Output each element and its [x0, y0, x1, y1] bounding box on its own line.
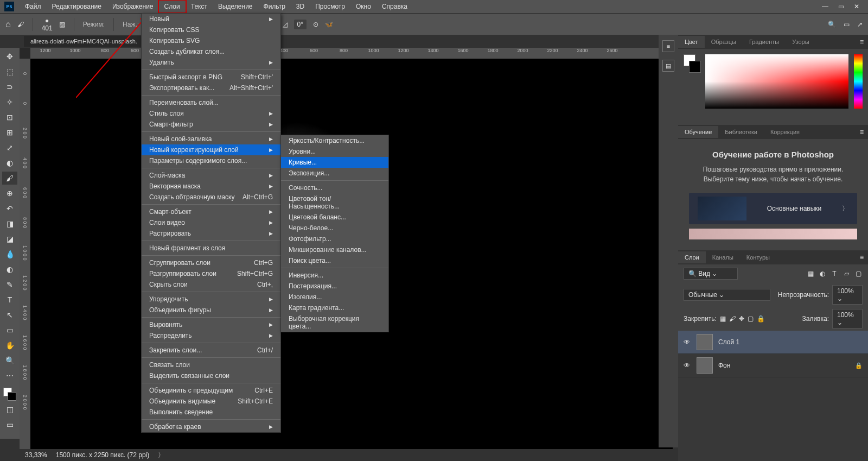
menu-item[interactable]: Объединить видимыеShift+Ctrl+E	[142, 396, 280, 407]
menu-item[interactable]: Объединить с предыдущимCtrl+E	[142, 385, 280, 396]
menu-item[interactable]: Векторная маска▶	[142, 181, 280, 192]
layer-filter-select[interactable]: 🔍 Вид ⌄	[684, 268, 738, 280]
submenu-item[interactable]: Инверсия...	[281, 270, 388, 281]
lock-pixels-icon[interactable]: 🖌	[729, 315, 736, 323]
panel-tab[interactable]: Узоры	[786, 36, 815, 48]
type-tool[interactable]: T	[2, 293, 17, 306]
menu-изображение[interactable]: Изображение	[107, 1, 159, 12]
submenu-item[interactable]: Фотофильтр...	[281, 233, 388, 244]
menu-item[interactable]: Слой-маска▶	[142, 170, 280, 181]
menu-item[interactable]: Копировать CSS	[142, 24, 280, 35]
eraser-tool[interactable]: ◨	[2, 217, 17, 230]
lock-position-icon[interactable]: ✥	[739, 315, 744, 323]
panel-tab[interactable]: Цвет	[678, 36, 705, 48]
crop-tool[interactable]: ⊡	[2, 111, 17, 124]
symmetry-icon[interactable]: ⊙	[313, 21, 318, 28]
panel-tab[interactable]: Коррекция	[764, 126, 806, 138]
submenu-item[interactable]: Выборочная коррекция цвета...	[281, 313, 388, 332]
fg-bg-swatches[interactable]	[684, 54, 700, 119]
menu-справка[interactable]: Справка	[376, 1, 413, 12]
filter-type-icon[interactable]: T	[830, 269, 839, 278]
shape-tool[interactable]: ▭	[2, 324, 17, 337]
learn-card-basics[interactable]: Основные навыки 〉	[689, 193, 857, 224]
lock-transparent-icon[interactable]: ▦	[720, 315, 726, 323]
share-icon[interactable]: ↗	[857, 21, 863, 28]
submenu-item[interactable]: Сочность...	[281, 182, 388, 193]
menu-слои[interactable]: Слои	[159, 1, 186, 12]
menu-item[interactable]: Сгруппировать слоиCtrl+G	[142, 257, 280, 268]
filter-image-icon[interactable]: ▦	[806, 269, 815, 278]
submenu-item[interactable]: Карта градиента...	[281, 302, 388, 313]
menu-item[interactable]: Закрепить слои...Ctrl+/	[142, 345, 280, 356]
menu-item[interactable]: Создать обтравочную маскуAlt+Ctrl+G	[142, 192, 280, 203]
panel-tab[interactable]: Каналы	[706, 251, 740, 263]
menu-item[interactable]: Слои видео▶	[142, 217, 280, 228]
color-swatches[interactable]	[3, 388, 16, 401]
menu-item[interactable]: Стиль слоя▶	[142, 108, 280, 119]
filter-smart-icon[interactable]: ▢	[854, 269, 863, 278]
workspace-icon[interactable]: ▭	[844, 21, 850, 28]
menu-item[interactable]: Смарт-объект▶	[142, 206, 280, 217]
menu-item[interactable]: Новый фрагмент из слоя	[142, 243, 280, 254]
submenu-item[interactable]: Поиск цвета...	[281, 255, 388, 266]
menu-фильтр[interactable]: Фильтр	[258, 1, 291, 12]
pen-tool[interactable]: ✎	[2, 278, 17, 291]
submenu-item[interactable]: Цветовой баланс...	[281, 212, 388, 223]
panel-menu-icon[interactable]: ≡	[856, 128, 868, 136]
search-icon[interactable]: 🔍	[828, 21, 836, 28]
opacity-value[interactable]: 100% ⌄	[832, 285, 863, 305]
dodge-tool[interactable]: ◐	[2, 263, 17, 276]
clone-tool[interactable]: ⊕	[2, 187, 17, 200]
eyedropper-tool[interactable]: ⤢	[2, 141, 17, 154]
visibility-icon[interactable]: 👁	[684, 338, 691, 346]
submenu-item[interactable]: Экспозиция...	[281, 168, 388, 179]
layer-item[interactable]: 👁Слой 1	[678, 331, 868, 354]
minimize-icon[interactable]: —	[822, 3, 828, 10]
panel-tab[interactable]: Контуры	[740, 251, 776, 263]
menu-item[interactable]: Удалить▶	[142, 57, 280, 68]
history-panel-icon[interactable]: ≡	[662, 40, 674, 52]
menu-item[interactable]: Новый слой-заливка▶	[142, 134, 280, 144]
blend-mode-select[interactable]: Обычные ⌄	[684, 289, 770, 301]
menu-item[interactable]: Переименовать слой...	[142, 97, 280, 108]
menu-просмотр[interactable]: Просмотр	[310, 1, 350, 12]
screen-mode-icon[interactable]: ▭	[2, 418, 17, 431]
visibility-icon[interactable]: 👁	[684, 362, 691, 369]
filter-shape-icon[interactable]: ▱	[842, 269, 851, 278]
angle-value[interactable]: 0°	[294, 20, 307, 29]
hand-tool[interactable]: ✋	[2, 339, 17, 352]
close-icon[interactable]: ✕	[854, 3, 859, 10]
layer-item[interactable]: 👁Фон🔒	[678, 354, 868, 377]
zoom-tool[interactable]: 🔍	[2, 354, 17, 367]
panel-menu-icon[interactable]: ≡	[856, 38, 868, 46]
frame-tool[interactable]: ⊞	[2, 126, 17, 139]
panel-tab[interactable]: Градиенты	[743, 36, 786, 48]
panel-tab[interactable]: Библиотеки	[718, 126, 764, 138]
path-tool[interactable]: ↖	[2, 308, 17, 321]
menu-item[interactable]: Обработка краев▶	[142, 421, 280, 432]
chevron-right-icon[interactable]: 〉	[158, 451, 164, 460]
panel-tab[interactable]: Образцы	[705, 36, 743, 48]
properties-panel-icon[interactable]: ▤	[662, 60, 674, 72]
menu-item[interactable]: Выполнить сведение	[142, 407, 280, 418]
panel-menu-icon[interactable]: ≡	[856, 254, 868, 261]
menu-item[interactable]: Быстрый экспорт в PNGShift+Ctrl+'	[142, 72, 280, 83]
menu-item[interactable]: Экспортировать как...Alt+Shift+Ctrl+'	[142, 83, 280, 93]
brush-tool-icon[interactable]: 🖌	[17, 21, 24, 28]
butterfly-icon[interactable]: 🦋	[325, 21, 333, 28]
submenu-item[interactable]: Кривые...	[281, 157, 388, 168]
brush-preset[interactable]: ●401	[42, 17, 53, 32]
move-tool[interactable]: ✥	[2, 50, 17, 63]
panel-tab[interactable]: Обучение	[678, 126, 718, 138]
healing-tool[interactable]: ◐	[2, 156, 17, 169]
submenu-item[interactable]: Постеризация...	[281, 281, 388, 292]
submenu-item[interactable]: Черно-белое...	[281, 223, 388, 233]
edit-toolbar[interactable]: ⋯	[2, 369, 17, 382]
lock-all-icon[interactable]: 🔒	[757, 315, 765, 323]
menu-окно[interactable]: Окно	[350, 1, 376, 12]
color-field[interactable]	[705, 54, 848, 109]
menu-3d[interactable]: 3D	[291, 1, 310, 12]
lock-artboard-icon[interactable]: ▢	[748, 315, 754, 323]
quick-mask-icon[interactable]: ◫	[2, 403, 17, 416]
lasso-tool[interactable]: ⊃	[2, 80, 17, 93]
